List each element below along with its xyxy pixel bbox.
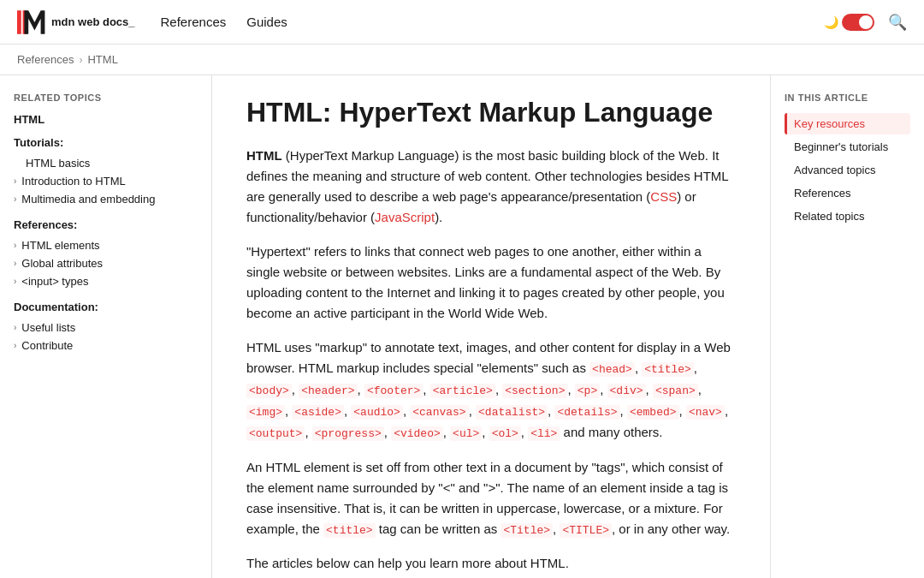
sidebar-item-useful-lists[interactable]: › Useful lists xyxy=(14,319,198,337)
code-img: <img> xyxy=(246,405,285,420)
breadcrumb: References › HTML xyxy=(0,45,924,75)
intro-paragraph-1: HTML (HyperText Markup Language) is the … xyxy=(246,146,736,228)
code-nav: <nav> xyxy=(686,405,725,420)
chevron-right-icon: › xyxy=(14,323,16,332)
javascript-link[interactable]: JavaScript xyxy=(375,210,435,224)
tutorials-label: Tutorials: xyxy=(14,136,198,149)
search-button[interactable]: 🔍 xyxy=(888,13,907,32)
code-progress: <progress> xyxy=(312,426,384,441)
toggle-track[interactable] xyxy=(842,14,874,31)
code-canvas: <canvas> xyxy=(410,405,468,420)
code-Title-case: <Title> xyxy=(500,523,553,538)
chevron-right-icon: › xyxy=(14,241,16,250)
code-aside: <aside> xyxy=(292,405,344,420)
code-embed: <embed> xyxy=(627,405,679,420)
chevron-right-icon: › xyxy=(14,194,16,204)
toc-item-related-topics[interactable]: Related topics xyxy=(785,206,910,227)
code-video: <video> xyxy=(391,426,443,441)
toc-item-beginners-tutorials[interactable]: Beginner's tutorials xyxy=(785,136,910,158)
documentation-label: Documentation: xyxy=(14,301,198,313)
nav-guides[interactable]: Guides xyxy=(246,15,287,29)
code-ol: <ol> xyxy=(489,426,521,441)
code-span: <span> xyxy=(653,384,698,398)
breadcrumb-html[interactable]: HTML xyxy=(87,53,117,66)
sidebar-item-intro-html[interactable]: › Introduction to HTML xyxy=(14,172,198,190)
chevron-right-icon: › xyxy=(14,176,16,186)
nav-links: References Guides xyxy=(161,15,287,29)
logo-text: mdn web docs_ xyxy=(51,15,135,28)
toggle-thumb xyxy=(859,15,873,29)
code-p: <p> xyxy=(575,384,600,398)
css-link[interactable]: CSS xyxy=(650,189,677,204)
page-title: HTML: HyperText Markup Language xyxy=(246,96,736,128)
code-output: <output> xyxy=(246,426,305,441)
code-ul: <ul> xyxy=(450,426,482,441)
sidebar-right: IN THIS ARTICLE Key resources Beginner's… xyxy=(770,75,924,578)
code-TITLE-upper: <TITLE> xyxy=(560,523,612,538)
sidebar-item-multimedia[interactable]: › Multimedia and embedding xyxy=(14,190,198,208)
code-details: <details> xyxy=(554,405,619,420)
toc-item-references[interactable]: References xyxy=(785,182,910,204)
code-datalist: <datalist> xyxy=(476,405,548,420)
toc-item-advanced-topics[interactable]: Advanced topics xyxy=(785,159,910,181)
chevron-right-icon: › xyxy=(14,277,16,286)
sidebar-section-title: RELATED TOPICS xyxy=(14,92,198,103)
code-audio: <audio> xyxy=(351,405,403,420)
svg-rect-0 xyxy=(17,10,21,34)
top-navigation: mdn web docs_ References Guides 🌙 🔍 xyxy=(0,0,924,45)
references-label: References: xyxy=(14,218,198,231)
toc-item-key-resources[interactable]: Key resources xyxy=(785,113,910,134)
sidebar-item-contribute[interactable]: › Contribute xyxy=(14,337,198,355)
chevron-right-icon: › xyxy=(14,259,16,268)
code-head: <head> xyxy=(589,362,635,377)
main-content: HTML: HyperText Markup Language HTML (Hy… xyxy=(212,75,770,578)
code-li: <li> xyxy=(528,426,560,441)
code-article: <article> xyxy=(430,384,495,398)
toc-title: IN THIS ARTICLE xyxy=(785,92,910,103)
nav-right: 🌙 🔍 xyxy=(824,13,907,32)
sidebar-item-html-basics[interactable]: HTML basics xyxy=(14,154,198,172)
intro-paragraph-3: HTML uses "markup" to annotate text, ima… xyxy=(246,337,736,443)
code-footer: <footer> xyxy=(364,384,423,398)
code-body: <body> xyxy=(246,384,292,398)
page-layout: RELATED TOPICS HTML Tutorials: HTML basi… xyxy=(0,75,924,578)
chevron-right-icon: › xyxy=(14,341,16,350)
sidebar-left: RELATED TOPICS HTML Tutorials: HTML basi… xyxy=(0,75,212,578)
sidebar-item-input-types[interactable]: › <input> types xyxy=(14,272,198,290)
code-header: <header> xyxy=(299,384,357,398)
sidebar-html-label: HTML xyxy=(14,113,198,126)
sidebar-item-global-attrs[interactable]: › Global attributes xyxy=(14,254,198,272)
nav-references[interactable]: References xyxy=(161,15,227,29)
code-title-inline: <title> xyxy=(323,523,376,538)
intro-paragraph-2: "Hypertext" refers to links that connect… xyxy=(246,241,736,324)
code-section: <section> xyxy=(502,384,567,398)
intro-paragraph-4: An HTML element is set off from other te… xyxy=(246,457,736,540)
intro-paragraph-5: The articles below can help you learn mo… xyxy=(246,553,736,574)
code-div: <div> xyxy=(607,384,646,398)
breadcrumb-references[interactable]: References xyxy=(17,53,74,66)
logo[interactable]: mdn web docs_ xyxy=(17,10,135,34)
code-title: <title> xyxy=(642,362,694,377)
sidebar-item-html-elements[interactable]: › HTML elements xyxy=(14,236,198,254)
html-bold: HTML xyxy=(246,148,282,163)
moon-icon: 🌙 xyxy=(824,15,838,29)
theme-toggle[interactable]: 🌙 xyxy=(824,14,874,31)
breadcrumb-separator: › xyxy=(79,54,82,66)
